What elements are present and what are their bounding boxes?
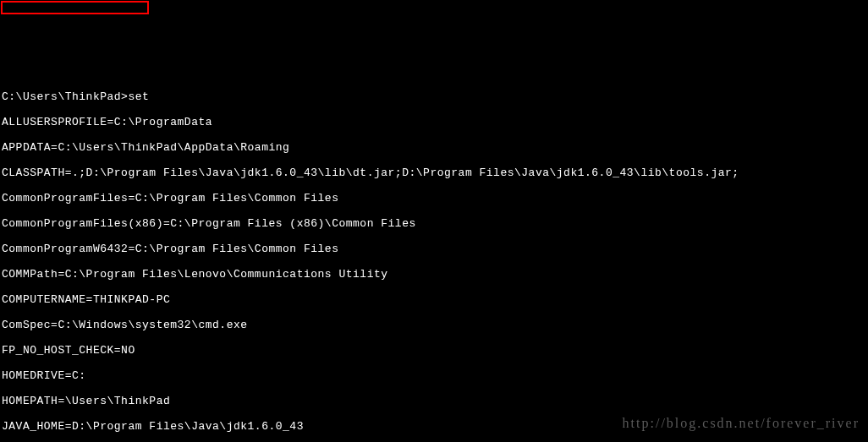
env-var-line: CommonProgramW6432=C:\Program Files\Comm… [2,243,866,255]
terminal-output: C:\Users\ThinkPad>set ALLUSERSPROFILE=C:… [0,76,868,442]
env-var-line: HOMEPATH=\Users\ThinkPad [2,395,866,407]
env-var-line: COMPUTERNAME=THINKPAD-PC [2,293,866,306]
command-highlight-box [1,1,149,14]
env-var-line: COMMPath=C:\Program Files\Lenovo\Communi… [2,268,866,281]
watermark-text: http://blog.csdn.net/forever_river [623,417,860,429]
env-var-line: ComSpec=C:\Windows\system32\cmd.exe [2,319,866,331]
env-var-line: HOMEDRIVE=C: [2,369,866,382]
env-var-line: ALLUSERSPROFILE=C:\ProgramData [2,116,866,128]
env-var-line: APPDATA=C:\Users\ThinkPad\AppData\Roamin… [2,141,866,154]
env-var-line: CommonProgramFiles(x86)=C:\Program Files… [2,217,866,230]
command-prompt-line: C:\Users\ThinkPad>set [2,90,866,103]
env-var-line: FP_NO_HOST_CHECK=NO [2,344,866,357]
env-var-line: CommonProgramFiles=C:\Program Files\Comm… [2,192,866,205]
env-var-line: CLASSPATH=.;D:\Program Files\Java\jdk1.6… [2,166,866,179]
